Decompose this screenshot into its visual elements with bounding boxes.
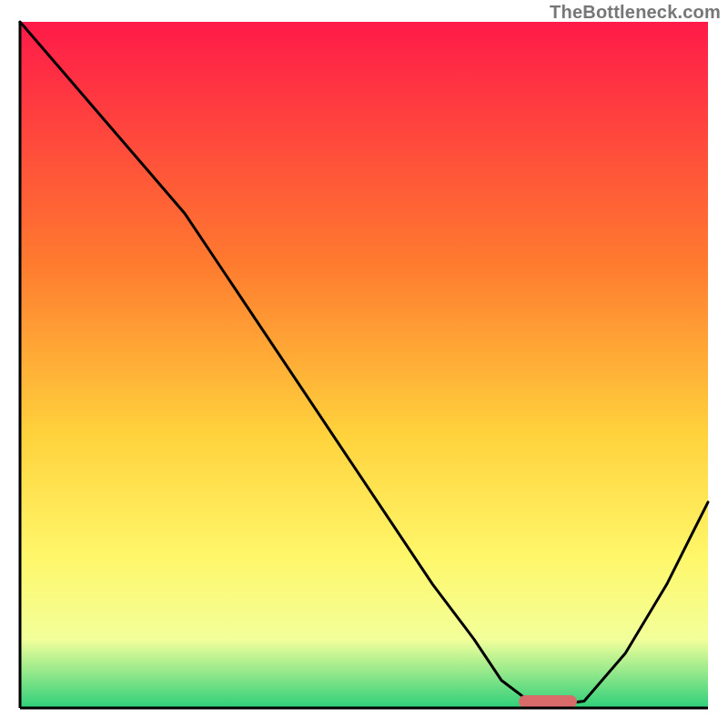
plot-background <box>20 22 708 708</box>
chart-container: { "watermark": "TheBottleneck.com", "col… <box>0 0 728 728</box>
optimal-marker <box>519 695 577 708</box>
chart-svg <box>0 0 728 728</box>
watermark-text: TheBottleneck.com <box>550 2 721 23</box>
